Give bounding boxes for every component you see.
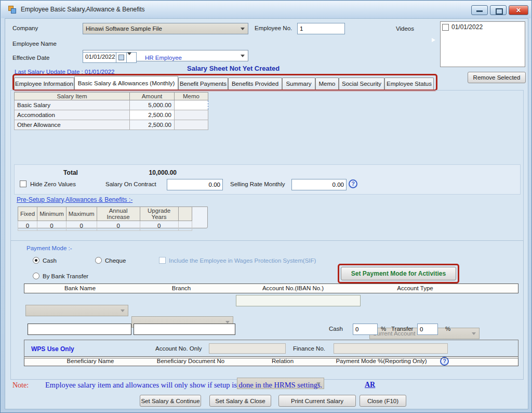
cheque-radio[interactable] [95,257,102,264]
account-no-input[interactable] [236,295,361,306]
beneficiary-name-input[interactable] [28,324,131,335]
col-beneficiary-doc: Beneficiary Document No [157,358,224,364]
employee-no-label: Employee No. [255,25,292,31]
value-cell: 0 [140,221,178,231]
videos-label: Videos [396,25,414,32]
total-value: 10,000.00 [123,169,177,176]
tab-basic-salary-allowances[interactable]: Basic Salary & Allowances (Monthly) [74,76,178,89]
transfer-pct-label: Transfer [391,326,413,332]
finance-no-input[interactable] [334,343,448,354]
tab-employee-information[interactable]: Employee Information [14,78,74,89]
value-cell [178,221,192,231]
print-current-salary-button[interactable]: Print Current Salary [278,395,356,407]
minimize-button[interactable] [471,5,488,15]
beneficiary-doc-input[interactable] [134,324,235,335]
table-row[interactable]: 0 0 0 0 0 [18,221,192,231]
col-account-no: Account No.(IBAN No.) [262,285,324,291]
col-branch: Branch [172,285,191,291]
note-text: Employee salary item and allowances will… [45,381,322,390]
percent-sign: % [445,326,450,332]
company-select[interactable]: Hinawi Software Sample File [83,23,248,34]
date-listbox[interactable]: 01/01/2022 [440,21,525,67]
sif-checkbox-label: Include the Employee in Wages Protection… [169,257,316,264]
col-minimum: Minimum [37,207,66,221]
amount-cell[interactable]: 2,500.00 [130,120,175,130]
wps-panel: WPS Use Only Account No. Only Finance No… [24,340,518,358]
cash-radio[interactable] [33,257,39,264]
memo-cell[interactable] [175,110,208,120]
date-item-checkbox[interactable] [442,24,449,31]
salary-item-cell[interactable]: Basic Salary [15,100,130,110]
calendar-icon[interactable] [116,52,127,63]
cash-pct-input[interactable] [353,324,378,335]
chevron-down-icon [241,55,245,57]
amount-cell[interactable]: 5,000.00 [130,100,175,110]
effective-date-value[interactable]: 01/01/2022 [83,52,116,63]
col-empty [178,207,192,221]
salary-on-contract-label: Salary On Contract [105,181,156,187]
window-title: Employee Basic Salary,Allowance & Benefi… [21,6,145,13]
tab-employee-status[interactable]: Employee Status [384,78,434,89]
presetup-panel: Fixed Minimum Maximum Annual Increase Up… [18,206,208,228]
tab-memo[interactable]: Memo [315,78,339,89]
tab-benefit-payments[interactable]: Benefit Payments [178,78,228,89]
col-memo: Memo [175,93,208,100]
sif-checkbox[interactable] [159,257,166,264]
list-item[interactable]: 01/01/2022 [441,22,525,32]
employee-no-input[interactable] [297,23,345,34]
memo-cell-focused[interactable] [175,100,208,110]
remove-selected-button[interactable]: Remove Selected [468,72,526,83]
account-no-only-label: Account No. Only [155,345,202,352]
payment-mode-label: Payment Mode :- [26,245,72,251]
hr-employee-link[interactable]: HR Employee [145,55,182,61]
set-salary-continue-button[interactable]: Set Salary & Continue [140,395,201,407]
value-cell: 0 [97,221,140,231]
salary-item-cell[interactable]: Other Allowance [15,120,130,130]
title-bar: Employee Basic Salary,Allowance & Benefi… [1,1,531,18]
close-button[interactable] [509,5,528,15]
table-row[interactable]: Other Allowance 2,500.00 [15,120,208,130]
memo-cell[interactable] [175,120,208,130]
value-cell: 0 [18,221,37,231]
ar-link[interactable]: AR [365,381,375,389]
set-salary-close-button[interactable]: Set Salary & Close [209,395,271,407]
app-window: Employee Basic Salary,Allowance & Benefi… [0,0,532,413]
bank-table-header: Bank Name Branch Account No.(IBAN No.) A… [24,283,518,293]
cash-radio-label[interactable]: Cash [43,257,57,264]
company-value: Hinawi Software Sample File [86,25,162,32]
bank-transfer-radio[interactable] [33,273,39,279]
presetup-table: Fixed Minimum Maximum Annual Increase Up… [18,206,192,231]
tab-social-security[interactable]: Social Security [339,78,384,89]
col-beneficiary-name: Beneficiary Name [67,358,114,364]
date-dropdown-arrow-icon[interactable] [127,52,137,63]
table-row[interactable]: Basic Salary 5,000.00 [15,100,208,110]
bank-name-select[interactable] [25,305,128,316]
employee-name-label: Employee Name [12,41,57,47]
close-f10-button[interactable]: Close (F10) [360,395,406,407]
salary-on-contract-input[interactable] [167,179,223,190]
cheque-radio-label[interactable]: Cheque [105,257,126,264]
presetup-link[interactable]: Pre-Setup Salary,Allowances & Benefits :… [17,196,132,203]
tab-benefits-provided[interactable]: Benefits Provided [228,78,282,89]
hide-zero-checkbox[interactable] [20,180,26,187]
maximize-button[interactable] [490,5,507,15]
selling-rate-input[interactable] [291,179,347,190]
tab-summary[interactable]: Summary [282,78,315,89]
chevron-down-icon [472,332,476,335]
col-fixed: Fixed [18,207,37,221]
table-row[interactable]: Accomodation 2,500.00 [15,110,208,120]
salary-sheet-status: Salary Sheet Not Yet Created [187,64,280,72]
date-item-label: 01/01/2022 [451,23,483,31]
amount-cell[interactable]: 2,500.00 [130,110,175,120]
wps-account-no-input[interactable] [209,343,286,354]
set-payment-mode-button[interactable]: Set Payment Mode for Activities [341,267,456,280]
salary-item-cell[interactable]: Accomodation [15,110,130,120]
effective-date-picker[interactable]: 01/01/2022 [83,52,137,63]
form-icon [8,6,17,14]
transfer-pct-input[interactable] [417,324,438,335]
col-maximum: Maximum [66,207,97,221]
help-icon[interactable] [349,179,357,188]
hide-zero-label: Hide Zero Values [30,181,76,187]
finance-no-label: Finance No. [293,345,325,352]
bank-transfer-radio-label[interactable]: By Bank Transfer [43,273,88,279]
